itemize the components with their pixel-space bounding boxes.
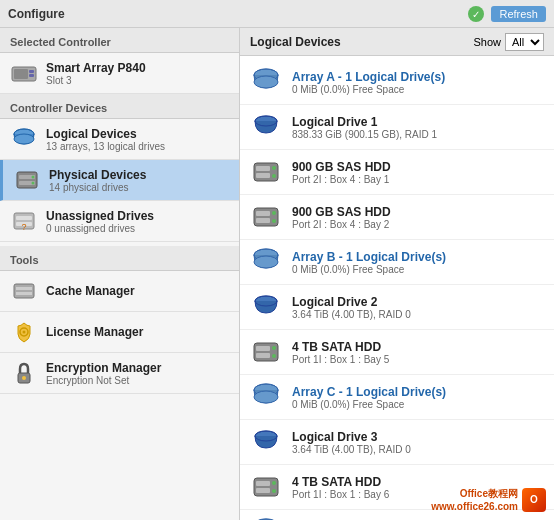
right-panel-header: Logical Devices Show All 10 25 50 [240,28,554,56]
drive-info: 900 GB SAS HDD Port 2I : Box 4 : Bay 2 [292,205,391,230]
logical-devices-icon [10,125,38,153]
cache-manager-icon [10,277,38,305]
drive-icon [250,201,282,233]
sidebar-item-logical-devices[interactable]: Logical Devices 13 arrays, 13 logical dr… [0,119,239,160]
sidebar-item-encryption-manager[interactable]: Encryption Manager Encryption Not Set [0,353,239,394]
physical-devices-icon [13,166,41,194]
watermark-icon: O [522,488,546,512]
drive-icon [250,246,282,278]
unassigned-drives-sub: 0 unassigned drives [46,223,154,234]
svg-point-48 [272,346,276,350]
drive-item[interactable]: Logical Drive 1 838.33 GiB (900.15 GB), … [240,105,554,150]
right-panel-title: Logical Devices [250,35,341,49]
drive-icon [250,111,282,143]
drive-name: Logical Drive 2 [292,295,411,309]
sidebar-item-controller[interactable]: Smart Array P840 Slot 3 [0,53,239,94]
svg-point-59 [272,489,276,493]
drive-item[interactable]: Array C - 1 Logical Drive(s) 0 MiB (0.0%… [240,375,554,420]
controller-devices-label: Controller Devices [0,94,239,119]
refresh-button[interactable]: Refresh [491,6,546,22]
drive-item[interactable]: 900 GB SAS HDD Port 2I : Box 4 : Bay 1 [240,150,554,195]
drive-info: Array C - 1 Logical Drive(s) 0 MiB (0.0%… [292,385,446,410]
unassigned-drives-title: Unassigned Drives [46,209,154,223]
svg-rect-36 [256,211,270,216]
svg-rect-31 [256,166,270,171]
encryption-manager-sub: Encryption Not Set [46,375,161,386]
drive-detail: 0 MiB (0.0%) Free Space [292,264,446,275]
drive-item[interactable]: Array B - 1 Logical Drive(s) 0 MiB (0.0%… [240,240,554,285]
drive-item[interactable]: Logical Drive 2 3.64 TiB (4.00 TB), RAID… [240,285,554,330]
sidebar-item-physical-devices[interactable]: Physical Devices 14 physical drives [0,160,239,201]
svg-rect-9 [17,172,37,188]
drive-list: Array A - 1 Logical Drive(s) 0 MiB (0.0%… [240,56,554,520]
main-content: Selected Controller Smart Array P840 Slo… [0,28,554,520]
top-bar: Configure ✓ Refresh [0,0,554,28]
svg-point-42 [254,256,278,268]
svg-point-49 [272,354,276,358]
drive-detail: Port 2I : Box 4 : Bay 2 [292,219,391,230]
svg-text:?: ? [21,222,26,232]
sidebar-item-cache-manager[interactable]: Cache Manager [0,271,239,312]
svg-point-39 [272,219,276,223]
drive-info: 4 TB SATA HDD Port 1I : Box 1 : Bay 5 [292,340,389,365]
svg-point-12 [32,176,35,179]
watermark-text-1: Office教程网 [431,487,518,501]
svg-rect-15 [16,216,32,220]
drive-info: Logical Drive 2 3.64 TiB (4.00 TB), RAID… [292,295,411,320]
drive-detail: 0 MiB (0.0%) Free Space [292,399,446,410]
drive-name: Array B - 1 Logical Drive(s) [292,250,446,264]
show-select-container: Show All 10 25 50 [473,33,544,51]
svg-rect-47 [256,353,270,358]
drive-name: 900 GB SAS HDD [292,160,391,174]
top-bar-actions: ✓ Refresh [467,5,546,23]
svg-point-34 [272,174,276,178]
sidebar: Selected Controller Smart Array P840 Slo… [0,28,240,520]
logical-devices-info: Logical Devices 13 arrays, 13 logical dr… [46,127,165,152]
drive-info: Array A - 1 Logical Drive(s) 0 MiB (0.0%… [292,70,445,95]
drive-item[interactable]: 900 GB SAS HDD Port 2I : Box 4 : Bay 2 [240,195,554,240]
controller-icon [10,59,38,87]
unassigned-drives-icon: ? [10,207,38,235]
physical-devices-title: Physical Devices [49,168,146,182]
svg-rect-46 [256,346,270,351]
controller-slot: Slot 3 [46,75,146,86]
drive-item[interactable]: 4 TB SATA HDD Port 1I : Box 1 : Bay 5 [240,330,554,375]
drive-icon [250,516,282,520]
drive-detail: Port 2I : Box 4 : Bay 1 [292,174,391,185]
drive-item[interactable]: Array A - 1 Logical Drive(s) 0 MiB (0.0%… [240,60,554,105]
unassigned-drives-info: Unassigned Drives 0 unassigned drives [46,209,154,234]
drive-name: 4 TB SATA HDD [292,340,389,354]
drive-info: 900 GB SAS HDD Port 2I : Box 4 : Bay 1 [292,160,391,185]
status-icon: ✓ [467,5,485,23]
physical-devices-info: Physical Devices 14 physical drives [49,168,146,193]
right-panel: Logical Devices Show All 10 25 50 Array … [240,28,554,520]
svg-rect-30 [254,163,278,181]
svg-rect-5 [29,74,34,77]
drive-detail: Port 1I : Box 1 : Bay 5 [292,354,389,365]
drive-info: 4 TB SATA HDD Port 1I : Box 1 : Bay 6 [292,475,389,500]
cache-manager-info: Cache Manager [46,284,135,298]
sidebar-item-license-manager[interactable]: License Manager [0,312,239,353]
svg-rect-55 [254,478,278,496]
license-manager-info: License Manager [46,325,143,339]
svg-point-38 [272,211,276,215]
license-manager-icon [10,318,38,346]
drive-name: Logical Drive 3 [292,430,411,444]
svg-point-27 [254,76,278,88]
drive-name: 4 TB SATA HDD [292,475,389,489]
show-dropdown[interactable]: All 10 25 50 [505,33,544,51]
sidebar-item-unassigned-drives[interactable]: ? Unassigned Drives 0 unassigned drives [0,201,239,242]
physical-devices-sub: 14 physical drives [49,182,146,193]
tools-label: Tools [0,246,239,271]
drive-icon [250,156,282,188]
encryption-manager-icon [10,359,38,387]
drive-item[interactable]: Logical Drive 3 3.64 TiB (4.00 TB), RAID… [240,420,554,465]
svg-rect-56 [256,481,270,486]
svg-rect-4 [29,70,34,73]
svg-rect-35 [254,208,278,226]
drive-icon [250,336,282,368]
svg-point-8 [14,134,34,144]
svg-rect-32 [256,173,270,178]
svg-point-22 [23,331,26,334]
watermark: Office教程网 www.office26.com O [431,487,546,512]
